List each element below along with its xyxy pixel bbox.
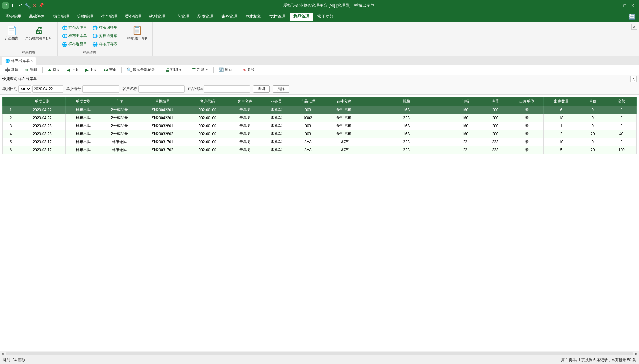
- ribbon-col-left: 🌐 样布入库单 🌐 样布出库单 🌐 样布退货单: [60, 24, 89, 48]
- cell-weight: 200: [480, 130, 510, 138]
- orderno-label: 单据编号: [66, 86, 81, 91]
- scroll-right-arrow[interactable]: ▶: [634, 352, 639, 355]
- print-icon-title[interactable]: 🖨: [18, 3, 23, 9]
- tool-icon-title[interactable]: 🔧: [25, 3, 31, 9]
- col-header-unit: 出库单位: [510, 97, 543, 106]
- app-icon: 飞: [2, 2, 9, 9]
- toolbar-btn-first[interactable]: ⏮ 首页: [45, 66, 63, 73]
- system-menu-icon[interactable]: 🖥: [11, 3, 16, 9]
- cell-salesperson: 李延军: [261, 114, 291, 122]
- cell-width: 160: [450, 122, 480, 130]
- table-row[interactable]: 12020-04-22样布出库2号成品仓SN20042201002-00100朱…: [3, 106, 637, 114]
- close-button[interactable]: ✕: [629, 2, 637, 9]
- ribbon-btn-cut-notice[interactable]: 🌐 剪样通知单: [91, 32, 119, 39]
- cell-date: 2020-03-28: [19, 130, 66, 138]
- cell-price: 20: [579, 146, 606, 154]
- tab-close-btn[interactable]: ×: [31, 59, 33, 63]
- menu-item-sales[interactable]: 销售管理: [49, 13, 73, 21]
- toolbar-btn-print[interactable]: 🖨 打印 ▼: [163, 66, 184, 73]
- clear-button[interactable]: 清除: [273, 85, 289, 93]
- cell-custcode: 002-00100: [187, 146, 228, 154]
- ribbon-btn-adjust[interactable]: 🌐 样布调整单: [91, 24, 119, 31]
- menu-item-craft[interactable]: 工艺管理: [170, 13, 193, 21]
- storage-in-label: 样布入库单: [68, 25, 87, 30]
- cell-price: 20: [579, 130, 606, 138]
- menu-item-docs[interactable]: 文档管理: [266, 13, 289, 21]
- orderno-input[interactable]: [82, 85, 119, 93]
- toolbar-btn-edit[interactable]: ✏ 编辑: [23, 66, 40, 73]
- toolbar-btn-new[interactable]: ➕ 新建: [2, 66, 21, 73]
- cell-custname: 朱鸿飞: [228, 106, 261, 114]
- menu-item-outsource[interactable]: 委外管理: [121, 13, 145, 21]
- pin-icon[interactable]: 📌: [39, 3, 44, 9]
- cell-amount: 100: [606, 146, 637, 154]
- ribbon-btn-inventory[interactable]: 🌐 样布库存表: [91, 41, 119, 48]
- menu-item-purchase[interactable]: 采购管理: [73, 13, 97, 21]
- menu-item-material[interactable]: 物料管理: [145, 13, 169, 21]
- ribbon-btn-storage-out[interactable]: 🌐 样布出库单: [60, 32, 89, 39]
- table-row[interactable]: 22020-04-22样布出库2号成品仓SN20042201002-00100朱…: [3, 114, 637, 122]
- custname-input[interactable]: [138, 85, 185, 93]
- cell-warehouse: 样布仓库: [101, 146, 138, 154]
- prodcode-input[interactable]: [204, 85, 250, 93]
- maximize-button[interactable]: □: [622, 2, 628, 9]
- scroll-track-h[interactable]: [6, 352, 633, 355]
- col-header-num: [3, 97, 19, 106]
- toolbar-btn-show-all[interactable]: 🔍 显示全部记录: [124, 66, 158, 73]
- quick-search-expand-btn[interactable]: ∧: [630, 76, 637, 82]
- ribbon-btn-product-print[interactable]: 🖨 产品档案清单打印: [23, 24, 55, 42]
- cell-qty: 18: [543, 114, 579, 122]
- last-label: 末页: [109, 67, 117, 72]
- refresh-icon-toolbar: 🔄: [219, 67, 224, 72]
- toolbar-btn-next[interactable]: ▶ 下页: [83, 66, 100, 73]
- ribbon-btn-product-archive[interactable]: 📄 产品档案: [2, 24, 21, 42]
- search-field-orderno: 单据编号: [66, 85, 119, 93]
- table-row[interactable]: 62020-03-17样布出库样布仓库SN20031702002-00100朱鸿…: [3, 146, 637, 154]
- refresh-icon[interactable]: 🔄: [626, 12, 638, 21]
- scroll-left-arrow[interactable]: ◀: [0, 352, 5, 355]
- show-all-icon: 🔍: [127, 67, 132, 72]
- toolbar-btn-function[interactable]: ☰ 功能 ▼: [190, 66, 211, 73]
- close-icon-title[interactable]: ✕: [33, 3, 37, 9]
- menu-item-system[interactable]: 系统管理: [1, 13, 25, 21]
- cell-salesperson: 李延军: [261, 130, 291, 138]
- storage-out-icon: 🌐: [62, 34, 67, 38]
- function-label: 功能: [197, 67, 204, 72]
- ribbon-btn-outbound-list[interactable]: 📋 样布出库清单: [125, 24, 150, 42]
- menu-item-accounts[interactable]: 账务管理: [218, 13, 241, 21]
- menu-item-common[interactable]: 常用功能: [314, 13, 337, 21]
- menu-item-samples[interactable]: 样品管理: [290, 13, 313, 21]
- toolbar-btn-prev[interactable]: ◀ 上页: [64, 66, 81, 73]
- menu-item-production[interactable]: 生产管理: [97, 13, 121, 21]
- exit-label: 退出: [247, 67, 254, 72]
- menu-item-cost[interactable]: 成本核算: [242, 13, 265, 21]
- table-row[interactable]: 32020-03-28样布出库2号成品仓SN20032801002-00100朱…: [3, 122, 637, 130]
- search-button[interactable]: 查询: [253, 85, 270, 93]
- table-row[interactable]: 52020-03-17样布出库样布仓库SN20031701002-00100朱鸿…: [3, 138, 637, 146]
- cell-prodcode: 003: [291, 106, 325, 114]
- cell-spec: 32A: [363, 138, 450, 146]
- cell-warehouse: 2号成品仓: [101, 114, 138, 122]
- toolbar-btn-last[interactable]: ⏭ 末页: [101, 66, 119, 73]
- ribbon-btn-storage-in[interactable]: 🌐 样布入库单: [60, 24, 89, 31]
- toolbar-btn-exit[interactable]: ⊗ 退出: [240, 66, 257, 73]
- cell-custname: 朱鸿飞: [228, 114, 261, 122]
- minimize-button[interactable]: ─: [614, 2, 621, 9]
- table-row[interactable]: 42020-03-28样布出库2号成品仓SN20032802002-00100朱…: [3, 130, 637, 138]
- tab-label: 样布出库单: [11, 58, 30, 63]
- date-operator-select[interactable]: <= >= = < >: [18, 85, 31, 93]
- ribbon-btn-return[interactable]: 🌐 样布退货单: [60, 41, 89, 48]
- tab-outbound[interactable]: 🌐 样布出库单 ×: [2, 57, 36, 65]
- date-value-input[interactable]: [32, 85, 63, 93]
- collapse-icon[interactable]: ∧: [631, 24, 637, 30]
- menu-item-quality[interactable]: 品质管理: [194, 13, 217, 21]
- menu-item-basic[interactable]: 基础资料: [25, 13, 49, 21]
- cut-notice-label: 剪样通知单: [99, 33, 117, 38]
- ribbon-collapse-btn[interactable]: ∧: [629, 22, 639, 56]
- status-elapsed: 耗时: 94 毫秒: [3, 358, 25, 363]
- toolbar-sep-5: [213, 67, 214, 73]
- cell-date: 2020-03-17: [19, 146, 66, 154]
- status-page-info: 第 1 页/共 1 页找到 6 条记录，本页显示 50 条: [561, 358, 636, 363]
- cell-custcode: 002-00100: [187, 114, 228, 122]
- toolbar-btn-refresh[interactable]: 🔄 刷新: [216, 66, 235, 73]
